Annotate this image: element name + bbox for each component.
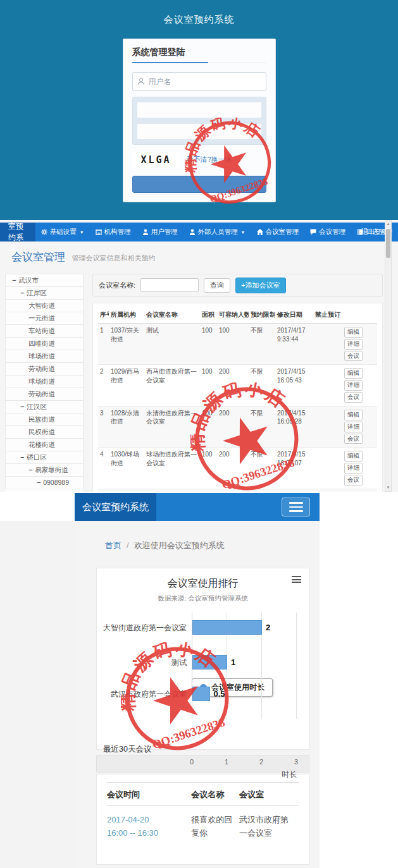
bar-value-label: 1: [231, 657, 235, 667]
action-button-详细[interactable]: 详细: [344, 422, 363, 432]
meeting-room: 武汉市政府第一会议室: [239, 806, 299, 843]
tree-item-硚口区[interactable]: −硚口区: [5, 451, 84, 464]
tree-item-四唯街道[interactable]: 四唯街道: [5, 338, 84, 350]
cell-actions: 编辑详细会议: [342, 365, 377, 406]
action-button-编辑[interactable]: 编辑: [344, 327, 363, 338]
login-button[interactable]: [132, 176, 266, 193]
cell-no: 1: [98, 324, 109, 365]
tree-item-劳动街道[interactable]: 劳动街道: [5, 363, 84, 376]
date-value: 2017/4/15: [277, 367, 311, 376]
query-button[interactable]: 查询: [204, 278, 230, 293]
action-button-会议[interactable]: 会议: [344, 392, 363, 403]
action-button-编辑[interactable]: 编辑: [344, 410, 363, 420]
table-row: 41030/球场街道球场街道政府第一会议室100200不限2017/4/1516…: [98, 448, 377, 489]
tree-item-民族街道[interactable]: 民族街道: [5, 413, 84, 426]
divider: [132, 63, 266, 63]
password-input[interactable]: [137, 102, 262, 118]
tree-item-label: 江汉区: [27, 403, 47, 410]
captcha-image[interactable]: XLGA: [132, 152, 180, 168]
bar: [192, 687, 210, 701]
bar-value-label: 2: [266, 623, 270, 632]
column-header: [342, 307, 377, 324]
gridline: [296, 613, 297, 719]
login-panel: 系统管理登陆 XLGA 看不清?换一张: [123, 39, 276, 202]
tree-item-label: 四唯街道: [28, 339, 55, 347]
cell-capacity: 100: [217, 324, 249, 365]
meeting-time: 2017-04-2016:00 -- 16:30: [107, 806, 191, 843]
tree-item-label: 球场街道: [28, 377, 55, 385]
action-button-详细[interactable]: 详细: [344, 380, 363, 391]
tree-item-球场街道[interactable]: 球场街道: [5, 376, 84, 388]
nav-item-用户管理[interactable]: 用户管理: [137, 223, 183, 241]
scrollbar[interactable]: ▲ ▼: [385, 220, 392, 492]
cell-area: 100: [200, 406, 217, 447]
tree-item-车站街道[interactable]: 车站街道: [5, 325, 84, 338]
username-field[interactable]: [132, 72, 266, 91]
scroll-up-arrow[interactable]: ▲: [385, 221, 391, 228]
admin-nav-items: 基础设置▼机构管理用户管理外部人员管理▼会议室管理会议管理日志管理: [35, 223, 398, 241]
nav-item-label: 机构管理: [104, 228, 131, 236]
action-button-编辑[interactable]: 编辑: [344, 368, 363, 379]
tree-item-民权街道[interactable]: 民权街道: [5, 426, 84, 439]
mobile-panel: 会议室预约系统 首页/欢迎使用会议室预约系统 会议室使用排行 数据来源: 会议室…: [75, 493, 320, 868]
cell-area: 100: [200, 448, 217, 489]
room-name-input[interactable]: [140, 278, 199, 292]
tree-item-花楼街道[interactable]: 花楼街道: [5, 439, 84, 451]
nav-item-外部人员管理[interactable]: 外部人员管理▼: [183, 223, 251, 241]
room-name-label: 会议室名称:: [99, 281, 135, 290]
cell-org: 1037/宗关街道: [109, 324, 144, 365]
tree-item-江岸区[interactable]: −江岸区: [5, 287, 84, 300]
cell-actions: 编辑详细会议: [342, 448, 377, 489]
admin-brand[interactable]: 会议室预约系统: [0, 223, 35, 241]
nav-item-基础设置[interactable]: 基础设置▼: [35, 223, 90, 241]
x-tick-label: 3: [294, 758, 298, 766]
x-tick-label: 2: [259, 758, 263, 766]
collapse-minus-icon: −: [28, 466, 32, 474]
action-button-编辑[interactable]: 编辑: [344, 451, 363, 462]
captcha-input[interactable]: [137, 123, 262, 140]
time-value: 16:05:28: [277, 417, 311, 426]
table-row: 11037/宗关街道测试100100不限2017/4/179:33:44编辑详细…: [98, 324, 377, 365]
date-value: 2017/4/15: [277, 450, 311, 459]
action-button-会议[interactable]: 会议: [344, 475, 363, 486]
caret-down-icon: ▼: [80, 230, 84, 235]
col-meeting-time: 会议时间: [107, 783, 191, 806]
tree-item-江汉区[interactable]: −江汉区: [5, 401, 84, 413]
action-button-会议[interactable]: 会议: [344, 351, 363, 362]
breadcrumb-home-link[interactable]: 首页: [105, 541, 121, 550]
tree-item-一元街道[interactable]: 一元街道: [5, 312, 84, 325]
scrollbar-thumb[interactable]: [386, 229, 390, 258]
cell-date: 2017/4/1516:05:43: [275, 365, 313, 406]
tree-item-球场街道[interactable]: 球场街道: [5, 350, 84, 363]
captcha-refresh-link[interactable]: 看不清?换一张: [187, 155, 232, 164]
login-panel-title: 系统管理登陆: [132, 47, 266, 63]
tree-item-0908989[interactable]: −0908989: [5, 477, 84, 489]
column-header: 修改日期: [275, 307, 313, 324]
tree-item-label: 花楼街道: [28, 441, 55, 448]
logout-link[interactable]: 退出登录: [361, 223, 388, 241]
action-button-会议[interactable]: 会议: [344, 434, 363, 444]
hamburger-menu-button[interactable]: [282, 498, 310, 517]
tree-item-label: 民权街道: [28, 428, 55, 436]
nav-item-会议管理[interactable]: 会议管理: [304, 223, 351, 241]
tree-item-劳动街道[interactable]: 劳动街道: [5, 388, 84, 401]
nav-item-会议室管理[interactable]: 会议室管理: [251, 223, 305, 241]
action-button-详细[interactable]: 详细: [344, 463, 363, 474]
nav-item-机构管理[interactable]: 机构管理: [90, 223, 137, 241]
add-room-button[interactable]: +添加会议室: [235, 278, 285, 293]
comment-icon: [310, 229, 316, 235]
mobile-brand[interactable]: 会议室预约系统: [75, 493, 156, 521]
tree-item-易家墩街道[interactable]: −易家墩街道: [5, 464, 84, 477]
scroll-down-arrow[interactable]: ▼: [385, 484, 391, 491]
breadcrumb: 首页/欢迎使用会议室预约系统: [75, 521, 320, 568]
tree-item-大智街道[interactable]: 大智街道: [5, 300, 84, 312]
action-button-详细[interactable]: 详细: [344, 339, 363, 350]
tree-item-武汉市[interactable]: −武汉市: [5, 274, 84, 287]
bar: [192, 620, 262, 635]
chart-menu-icon[interactable]: [292, 576, 301, 583]
chart-footer-text: 最近30天会议: [103, 744, 151, 755]
bar-value-label: 0.5: [214, 689, 225, 699]
cell-no: 2: [98, 365, 109, 406]
username-input[interactable]: [149, 77, 261, 86]
cell-capacity: 200: [217, 406, 249, 447]
